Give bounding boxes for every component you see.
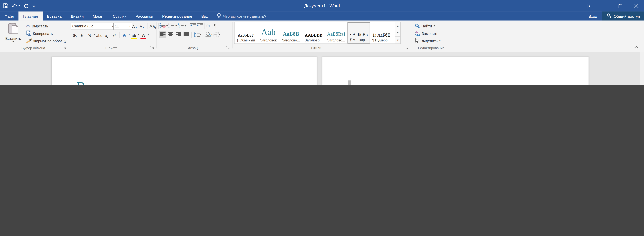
select-dropdown[interactable]: ▾	[439, 39, 440, 42]
svg-text:1: 1	[178, 23, 179, 25]
justify-button[interactable]	[183, 31, 190, 38]
bullets-button[interactable]	[159, 23, 166, 29]
change-case-button[interactable]: Аа▾	[149, 22, 157, 29]
numbering-dropdown[interactable]: ▾	[176, 24, 177, 27]
replace-button[interactable]: ab↳ac Заменить	[414, 30, 442, 36]
bullets-dropdown[interactable]: ▾	[166, 24, 168, 27]
tab-home[interactable]: Главная	[18, 11, 42, 20]
editing-group-label: Редактирование	[412, 46, 451, 50]
resume-name-title[interactable]: Ваше имя	[76, 80, 292, 85]
paragraph-dialog-launcher[interactable]	[226, 46, 230, 50]
show-marks-button[interactable]: ¶	[214, 23, 216, 29]
font-color-dropdown[interactable]: ▾	[148, 33, 149, 36]
window-title: Документ1 - Word	[0, 0, 644, 11]
text-effects-button[interactable]: А	[121, 31, 128, 38]
styles-dialog-launcher[interactable]	[404, 46, 409, 50]
align-center-button[interactable]	[167, 31, 174, 38]
minimize-button[interactable]	[597, 0, 613, 11]
tab-design[interactable]: Дизайн	[66, 11, 88, 20]
replace-icon: ab↳ac	[415, 31, 420, 36]
ribbon: Вставить ▾ ✂ Вырезать Копировать Формат …	[0, 20, 644, 52]
subscript-button[interactable]: x₂	[103, 31, 110, 38]
scissors-icon: ✂	[26, 24, 30, 28]
decrease-indent-button[interactable]	[190, 23, 196, 29]
copy-button[interactable]: Копировать	[26, 30, 67, 36]
ribbon-tab-row: Файл Главная Вставка Дизайн Макет Ссылки…	[0, 11, 644, 20]
sort-button[interactable]: АЯ↓	[206, 23, 210, 28]
paragraph-group-label: Абзац	[157, 46, 229, 50]
ribbon-display-options-button[interactable]	[582, 0, 597, 11]
word-window: ▾ ⌄ Документ1 - Word Файл Главная Вставк…	[0, 0, 644, 85]
styles-scroll-up[interactable]: ▲	[395, 22, 400, 29]
document-area: Ваше имя Адрес, город, почтовый индекс |…	[0, 52, 644, 85]
italic-button[interactable]: К	[79, 31, 86, 38]
tab-references[interactable]: Ссылки	[108, 11, 131, 20]
clipboard-dialog-launcher[interactable]	[62, 46, 66, 50]
highlight-button[interactable]: ab	[131, 31, 137, 38]
shrink-font-button[interactable]: А▼	[139, 22, 146, 29]
font-size-combo[interactable]: 11▾	[114, 22, 132, 30]
title-bar: ▾ ⌄ Документ1 - Word	[0, 0, 644, 11]
highlight-dropdown[interactable]: ▾	[138, 33, 139, 36]
align-left-button[interactable]	[159, 31, 166, 38]
cut-button[interactable]: ✂ Вырезать	[26, 23, 67, 29]
multilevel-list-button[interactable]: 1ai	[178, 23, 184, 29]
find-button[interactable]: Найти▾	[414, 23, 442, 29]
increase-indent-button[interactable]	[197, 23, 203, 29]
underline-button[interactable]: Ч	[86, 31, 93, 38]
clipboard-group-label: Буфер обмена	[2, 46, 64, 50]
select-button[interactable]: Выделить▾	[414, 38, 442, 44]
tab-insert[interactable]: Вставка	[42, 11, 66, 20]
text-effects-dropdown[interactable]: ▾	[128, 33, 130, 36]
share-person-icon	[606, 13, 612, 19]
sign-in-button[interactable]: Вход	[584, 11, 602, 20]
tab-layout[interactable]: Макет	[88, 11, 108, 20]
align-right-button[interactable]	[175, 31, 182, 38]
format-painter-button[interactable]: Формат по образцу	[26, 38, 67, 44]
document-page-2[interactable]	[322, 57, 589, 85]
line-spacing-button[interactable]: ▾	[194, 32, 202, 37]
document-page-1[interactable]: Ваше имя Адрес, город, почтовый индекс |…	[52, 57, 317, 85]
collapse-ribbon-button[interactable]	[634, 45, 638, 49]
tab-file[interactable]: Файл	[0, 11, 18, 20]
styles-scroll-down[interactable]: ▼	[395, 29, 400, 36]
grow-font-button[interactable]: А▲	[132, 22, 138, 29]
bold-button[interactable]: Ж	[72, 31, 78, 38]
style-normal[interactable]: АаБбВвГ ¶ Обычный	[234, 22, 257, 43]
cursor-arrow-icon	[415, 38, 419, 44]
style-heading2[interactable]: ААББВВ Заголово...	[302, 22, 325, 43]
paste-clipboard-icon	[8, 22, 18, 36]
font-dialog-launcher[interactable]	[150, 46, 154, 50]
style-heading3[interactable]: АаБбВвІ Заголово...	[325, 22, 348, 43]
strikethrough-button[interactable]: abc	[96, 31, 102, 38]
restore-button[interactable]	[613, 0, 628, 11]
find-dropdown[interactable]: ▾	[434, 25, 435, 27]
underline-dropdown[interactable]: ▾	[94, 33, 95, 36]
font-name-combo[interactable]: Cambria (Ос▾	[70, 22, 115, 30]
paste-button[interactable]: Вставить ▾	[2, 22, 24, 46]
borders-button[interactable]: ▾	[213, 32, 220, 37]
vertical-scrollbar[interactable]	[640, 52, 644, 85]
close-button[interactable]	[628, 0, 644, 11]
style-heading1[interactable]: АаБбВ Заголово...	[280, 22, 302, 43]
lightbulb-icon	[217, 13, 221, 19]
tab-review[interactable]: Рецензирование	[158, 11, 197, 20]
paste-dropdown[interactable]: ▾	[12, 40, 14, 43]
style-list-number[interactable]: 1) АаБбЕ ¶ Нумеро...	[370, 22, 392, 43]
multilevel-dropdown[interactable]: ▾	[185, 24, 186, 27]
styles-gallery: АаБбВвГ ¶ Обычный Aab Заголовок АаБбВ За…	[234, 22, 396, 44]
tab-view[interactable]: Вид	[197, 11, 213, 20]
style-title[interactable]: Aab Заголовок	[257, 22, 280, 43]
numbering-button[interactable]: 123	[168, 23, 175, 29]
search-icon	[415, 23, 420, 29]
superscript-button[interactable]: x²	[111, 31, 118, 38]
shading-button[interactable]: ▾	[205, 32, 212, 37]
font-color-button[interactable]: А	[140, 31, 147, 38]
style-list-bullet-selected[interactable]: · АаБбВв ¶ Маркир...	[348, 22, 370, 43]
font-group-label: Шрифт	[69, 46, 153, 50]
share-button[interactable]: Общий доступ	[602, 11, 644, 20]
styles-more-button[interactable]: ▼	[395, 36, 400, 43]
tab-mailings[interactable]: Рассылки	[131, 11, 158, 20]
page2-margin-bar	[348, 80, 351, 85]
tell-me-box[interactable]: Что вы хотите сделать?	[213, 11, 270, 20]
